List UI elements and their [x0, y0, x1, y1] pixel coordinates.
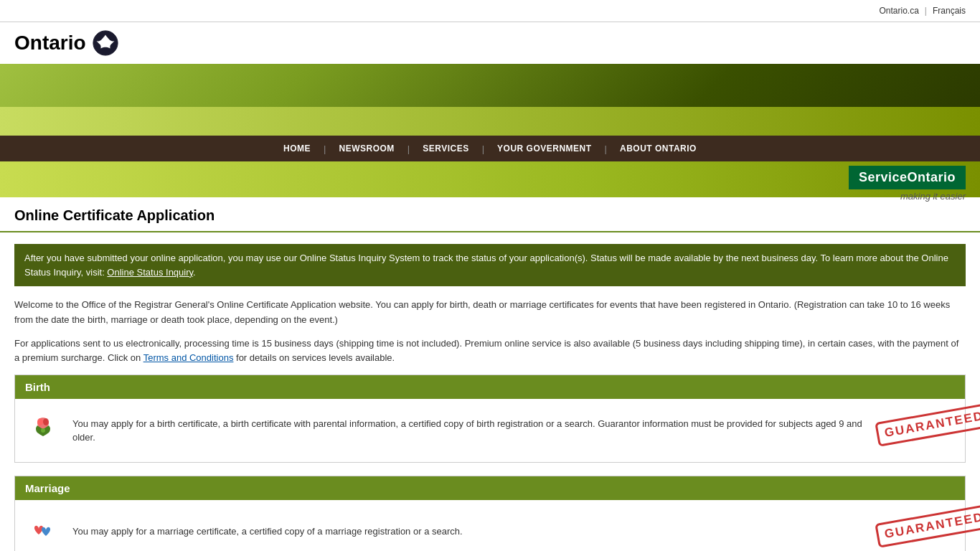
nav-divider-1: | — [324, 143, 326, 154]
body-paragraph-1: Welcome to the Office of the Registrar G… — [14, 298, 966, 328]
marriage-section-body: You may apply for a marriage certificate… — [15, 500, 965, 551]
marriage-section-header: Marriage — [15, 476, 965, 500]
service-ontario-tagline: making it easier — [849, 191, 966, 202]
nav-newsroom[interactable]: NEWSROOM — [327, 143, 405, 154]
nav-about-ontario[interactable]: ABOUT ONTARIO — [608, 143, 708, 154]
birth-section-text: You may apply for a birth certificate, a… — [72, 417, 864, 445]
info-box: After you have submitted your online app… — [14, 244, 966, 286]
top-bar-divider: | — [925, 6, 927, 16]
nav-services[interactable]: SERVICES — [411, 143, 480, 154]
body-paragraph-2: For applications sent to us electronical… — [14, 336, 966, 367]
marriage-section-text: You may apply for a marriage certificate… — [72, 524, 864, 539]
logo-text: Ontario — [14, 32, 86, 55]
top-bar: Ontario.ca | Français — [0, 0, 980, 22]
trillium-icon — [92, 29, 119, 57]
banner — [0, 64, 980, 136]
ontario-logo: Ontario — [14, 29, 119, 57]
svg-point-2 — [37, 418, 43, 425]
service-ontario-bar: ServiceOntario making it easier — [0, 161, 980, 197]
terms-conditions-link[interactable]: Terms and Conditions — [143, 352, 234, 363]
nav-home[interactable]: HOME — [272, 143, 322, 154]
nav-divider-4: | — [605, 143, 607, 154]
birth-guaranteed-stamp: GUARANTEED — [876, 409, 955, 452]
birth-section-header: Birth — [15, 375, 965, 399]
ontario-ca-link[interactable]: Ontario.ca — [880, 6, 919, 16]
page-title-bar: Online Certificate Application — [0, 197, 980, 232]
service-ontario-badge: ServiceOntario — [849, 166, 966, 189]
svg-point-3 — [43, 418, 49, 425]
birth-section: Birth You may apply for a birth certific… — [14, 375, 966, 463]
birth-icon — [25, 413, 61, 448]
marriage-section: Marriage You may apply for a marriage ce… — [14, 476, 966, 551]
birth-section-body: You may apply for a birth certificate, a… — [15, 399, 965, 462]
nav-divider-3: | — [482, 143, 484, 154]
banner-curve — [0, 107, 980, 136]
logo-area: Ontario — [0, 22, 980, 64]
page-title: Online Certificate Application — [14, 207, 966, 224]
online-status-inquiry-link[interactable]: Online Status Inquiry — [107, 267, 193, 278]
main-content: After you have submitted your online app… — [0, 232, 980, 551]
marriage-guaranteed-stamp: GUARANTEED — [876, 510, 955, 551]
nav-divider-2: | — [407, 143, 410, 154]
nav-your-government[interactable]: YOUR GOVERNMENT — [486, 143, 603, 154]
francais-link[interactable]: Français — [933, 6, 966, 16]
marriage-icon — [25, 514, 61, 550]
nav-bar: HOME | NEWSROOM | SERVICES | YOUR GOVERN… — [0, 136, 980, 161]
svg-point-4 — [41, 428, 45, 433]
